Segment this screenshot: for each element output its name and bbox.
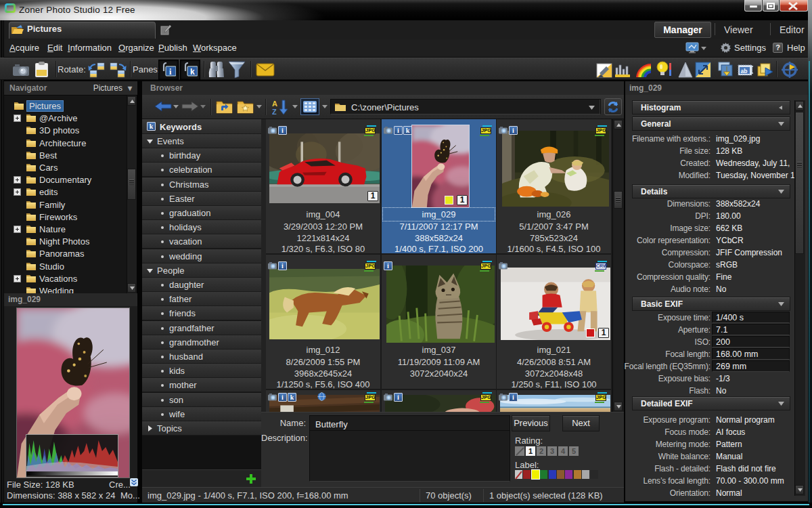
svg-text:ab: ab (741, 68, 748, 75)
svg-text:Z: Z (272, 108, 277, 115)
svg-text:k: k (190, 67, 195, 77)
svg-text:A: A (272, 100, 277, 108)
